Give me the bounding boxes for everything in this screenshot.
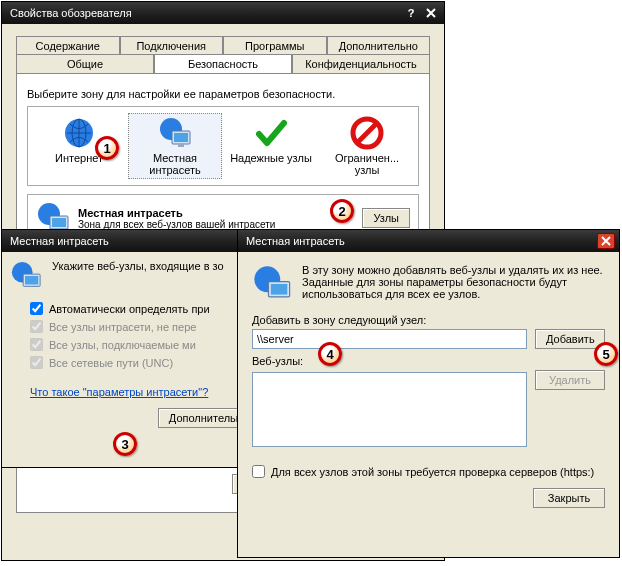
- prohibited-icon: [350, 116, 384, 150]
- globe-monitor-icon: [158, 116, 192, 150]
- tab-privacy[interactable]: Конфиденциальность: [292, 54, 430, 73]
- window-title: Местная интрасеть: [242, 235, 595, 247]
- tab-programs[interactable]: Программы: [223, 36, 327, 55]
- tab-general[interactable]: Общие: [16, 54, 154, 73]
- titlebar: Свойства обозревателя ?: [2, 2, 444, 24]
- zone-title: Местная интрасеть: [78, 207, 354, 219]
- add-site-label: Добавить в зону следующий узел:: [252, 314, 605, 326]
- https-required-checkbox[interactable]: Для всех узлов этой зоны требуется прове…: [252, 465, 605, 478]
- zone-restricted[interactable]: Ограничен... узлы: [320, 113, 414, 179]
- checkmark-icon: [254, 116, 288, 150]
- callout-3: 3: [113, 432, 137, 456]
- titlebar: Местная интрасеть: [238, 230, 619, 252]
- sites-listbox[interactable]: [252, 372, 527, 447]
- globe-monitor-icon: [252, 264, 292, 304]
- tab-connections[interactable]: Подключения: [120, 36, 224, 55]
- svg-line-7: [358, 124, 376, 142]
- svg-rect-5: [178, 144, 184, 147]
- globe-monitor-icon: [10, 260, 42, 292]
- callout-1: 1: [95, 136, 119, 160]
- add-button[interactable]: Добавить: [535, 329, 605, 349]
- svg-rect-4: [174, 133, 188, 142]
- svg-rect-13: [25, 276, 38, 284]
- svg-rect-16: [271, 284, 287, 295]
- callout-4: 4: [318, 342, 342, 366]
- add-site-dialog: Местная интрасеть В эту зону можно добав…: [237, 229, 620, 558]
- svg-rect-10: [52, 218, 66, 227]
- sites-button[interactable]: Узлы: [362, 208, 410, 228]
- zone-desc: Зона для всех веб-узлов вашей интрасети: [78, 219, 354, 230]
- zone-local-intranet[interactable]: Местная интрасеть: [128, 113, 222, 179]
- window-title: Свойства обозревателя: [6, 7, 400, 19]
- zone-trusted[interactable]: Надежные узлы: [224, 113, 318, 179]
- help-link[interactable]: Что такое "параметры интрасети"?: [30, 386, 208, 398]
- tab-content[interactable]: Содержание: [16, 36, 120, 55]
- tab-security[interactable]: Безопасность: [154, 54, 292, 73]
- zone-select-label: Выберите зону для настройки ее параметро…: [27, 88, 419, 100]
- intro-text: В эту зону можно добавлять веб-узлы и уд…: [302, 264, 605, 304]
- remove-button[interactable]: Удалить: [535, 370, 605, 390]
- help-icon[interactable]: ?: [402, 5, 420, 21]
- callout-5: 5: [594, 342, 618, 366]
- tab-advanced[interactable]: Дополнительно: [327, 36, 431, 55]
- zone-list: Интернет Местная интрасеть Надежные узлы…: [27, 106, 419, 186]
- callout-2: 2: [330, 199, 354, 223]
- globe-icon: [62, 116, 96, 150]
- close-icon[interactable]: [422, 5, 440, 21]
- sites-list-label: Веб-узлы:: [252, 355, 605, 367]
- intro-text: Укажите веб-узлы, входящие в зо: [52, 260, 224, 292]
- close-icon[interactable]: [597, 233, 615, 249]
- site-input[interactable]: [252, 329, 527, 349]
- close-button[interactable]: Закрыть: [533, 488, 605, 508]
